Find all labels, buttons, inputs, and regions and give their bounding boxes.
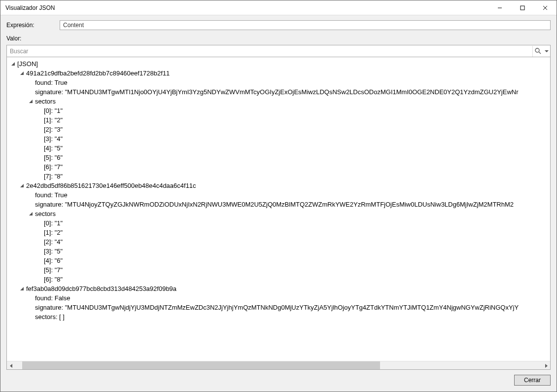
collapse-icon[interactable] xyxy=(19,286,25,292)
window-title: Visualizador JSON xyxy=(0,4,488,11)
tree-leaf-sector[interactable]: [1]: "2" xyxy=(36,115,550,125)
svg-marker-13 xyxy=(10,364,12,368)
svg-marker-6 xyxy=(545,50,549,52)
tree-leaf-sector[interactable]: [0]: "1" xyxy=(36,218,550,228)
tree-leaf-sector[interactable]: [7]: "8" xyxy=(36,172,550,181)
tree-leaf-found[interactable]: found: True xyxy=(28,78,550,87)
tree-leaf-sector[interactable]: [3]: "4" xyxy=(36,134,550,143)
tree-leaf-sector[interactable]: [5]: "6" xyxy=(36,153,550,162)
tree-node-sectors[interactable]: sectors xyxy=(28,97,550,106)
expression-label: Expresión: xyxy=(6,22,60,29)
footer: Cerrar xyxy=(6,370,551,386)
value-label: Valor: xyxy=(6,35,551,42)
json-tree[interactable]: [JSON]491a21c9dfba2befd28fd2bb7c89460eef… xyxy=(7,57,550,361)
svg-marker-12 xyxy=(20,287,24,290)
search-dropdown-icon[interactable] xyxy=(543,46,550,57)
svg-rect-1 xyxy=(521,6,524,10)
tree-leaf-sector[interactable]: [5]: "7" xyxy=(36,265,550,275)
tree-leaf-sector[interactable]: [6]: "7" xyxy=(36,162,550,172)
tree-leaf-signature[interactable]: signature: "MTU4NDU3MTgwMTI1Njo0OYjU4YjB… xyxy=(28,87,550,97)
search-icon[interactable] xyxy=(532,46,543,57)
tree-root[interactable]: [JSON] xyxy=(10,59,550,69)
scroll-left-button[interactable] xyxy=(7,361,15,370)
tree-leaf-sector[interactable]: [2]: "3" xyxy=(36,125,550,134)
tree-leaf-sector[interactable]: [6]: "8" xyxy=(36,275,550,284)
tree-leaf-sector[interactable]: [3]: "5" xyxy=(36,247,550,256)
maximize-button[interactable] xyxy=(511,0,534,15)
horizontal-scrollbar[interactable] xyxy=(7,361,550,369)
tree-node[interactable]: 2e42dbd5df86b851621730e146eff500eb48e4c4… xyxy=(19,181,550,190)
scroll-track[interactable] xyxy=(15,361,542,369)
tree-container: [JSON]491a21c9dfba2befd28fd2bb7c89460eef… xyxy=(6,57,551,370)
tree-node-sectors[interactable]: sectors xyxy=(28,209,550,218)
close-button[interactable] xyxy=(534,0,557,15)
collapse-icon[interactable] xyxy=(10,61,16,67)
tree-leaf-sector[interactable]: [4]: "6" xyxy=(36,256,550,265)
close-dialog-button[interactable]: Cerrar xyxy=(514,375,551,386)
tree-leaf-sector[interactable]: [1]: "2" xyxy=(36,228,550,237)
minimize-button[interactable] xyxy=(488,0,511,15)
svg-marker-10 xyxy=(20,184,24,187)
svg-marker-14 xyxy=(545,364,548,368)
body: Expresión: Content Valor: [JSON]491a21c9… xyxy=(0,15,557,392)
json-visualizer-window: Visualizador JSON Expresión: Content Val… xyxy=(0,0,557,392)
svg-marker-9 xyxy=(29,100,33,103)
collapse-icon[interactable] xyxy=(28,211,34,217)
svg-point-4 xyxy=(535,48,539,52)
tree-leaf-sector[interactable]: [2]: "4" xyxy=(36,237,550,247)
svg-marker-8 xyxy=(20,71,24,75)
collapse-icon[interactable] xyxy=(19,71,25,76)
tree-leaf-sectors-empty[interactable]: sectors: [ ] xyxy=(28,312,550,321)
collapse-icon[interactable] xyxy=(19,183,25,189)
tree-leaf-sector[interactable]: [4]: "5" xyxy=(36,143,550,153)
tree-leaf-signature[interactable]: signature: "MTU4NDU3MTgwNjdjYjU3MDdjNTZm… xyxy=(28,303,550,312)
svg-marker-11 xyxy=(29,212,33,215)
tree-leaf-signature[interactable]: signature: "MTU4NjoyZTQyZGJkNWRmODZiODUx… xyxy=(28,200,550,209)
search-bar xyxy=(6,45,551,57)
tree-leaf-found[interactable]: found: True xyxy=(28,190,550,200)
search-input[interactable] xyxy=(7,46,532,57)
collapse-icon[interactable] xyxy=(28,99,34,105)
tree-leaf-found[interactable]: found: False xyxy=(28,293,550,303)
titlebar: Visualizador JSON xyxy=(0,0,557,15)
expression-field[interactable]: Content xyxy=(60,20,551,30)
scroll-right-button[interactable] xyxy=(542,361,550,370)
expression-row: Expresión: Content xyxy=(6,20,551,30)
tree-leaf-sector[interactable]: [0]: "1" xyxy=(36,106,550,115)
svg-line-5 xyxy=(539,52,541,54)
svg-marker-7 xyxy=(11,62,15,66)
tree-node[interactable]: 491a21c9dfba2befd28fd2bb7c89460eef1728b2… xyxy=(19,69,550,78)
tree-node[interactable]: fef3ab0a8d09dcb977bcb8cbd313d484253a92f0… xyxy=(19,284,550,293)
scroll-thumb[interactable] xyxy=(22,361,380,370)
